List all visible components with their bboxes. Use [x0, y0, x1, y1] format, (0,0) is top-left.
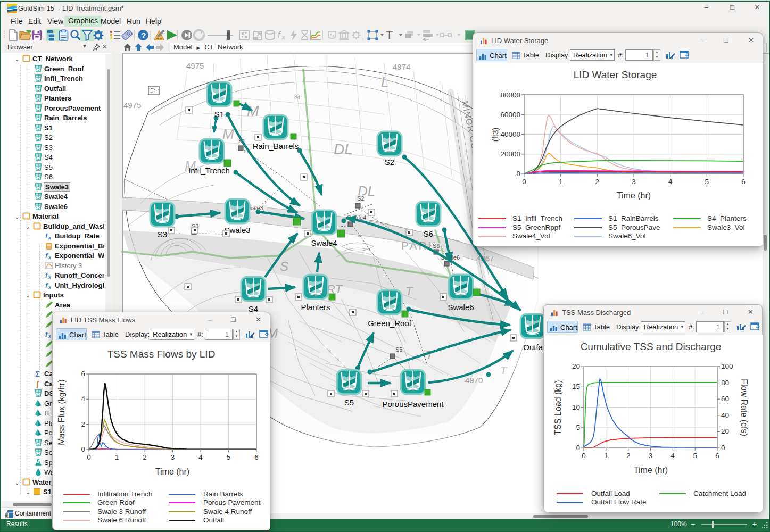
svg-text:80: 80 — [721, 379, 729, 387]
svg-text:40000: 40000 — [500, 130, 520, 138]
svg-text:0: 0 — [81, 445, 85, 453]
svg-text:6: 6 — [254, 453, 259, 461]
svg-text:0: 0 — [516, 170, 520, 178]
svg-text:Swale6: Swale6 — [448, 303, 474, 312]
svg-text:Swale 4 Runoff: Swale 4 Runoff — [203, 508, 252, 516]
svg-text:TSS Mass Flows by LID: TSS Mass Flows by LID — [107, 348, 216, 360]
svg-text:S2: S2 — [357, 195, 364, 202]
svg-text:Outfall Flow Rate: Outfall Flow Rate — [591, 498, 647, 506]
svg-text:S5: S5 — [344, 398, 354, 407]
svg-text:60000: 60000 — [500, 111, 520, 119]
svg-text:100: 100 — [721, 362, 733, 370]
svg-text:S3: S3 — [158, 230, 167, 239]
svg-text:4: 4 — [671, 452, 675, 460]
svg-text:2: 2 — [626, 452, 631, 460]
svg-text:3: 3 — [632, 178, 636, 186]
svg-text:4: 4 — [81, 395, 85, 403]
svg-text:Flow Rate (cfs): Flow Rate (cfs) — [740, 379, 749, 436]
svg-text:?: ? — [141, 31, 146, 40]
svg-text:Mass Flux (kg/hr): Mass Flux (kg/hr) — [57, 379, 66, 445]
svg-text:S4_Planters: S4_Planters — [707, 214, 747, 222]
svg-text:S2: S2 — [385, 157, 394, 167]
svg-text:4974: 4974 — [393, 62, 410, 71]
svg-text:Time (hr): Time (hr) — [155, 467, 189, 476]
svg-text:3: 3 — [649, 452, 653, 460]
svg-text:40: 40 — [721, 411, 729, 419]
svg-text:T: T — [405, 285, 413, 298]
svg-text:S1_Infil_Trench: S1_Infil_Trench — [512, 214, 562, 222]
svg-text:Swale3_Vol: Swale3_Vol — [707, 223, 745, 231]
svg-text:3: 3 — [171, 453, 175, 461]
svg-text:DL: DL — [334, 141, 353, 157]
svg-text:4: 4 — [198, 453, 203, 461]
svg-text:0: 0 — [576, 444, 580, 452]
svg-text:1: 1 — [604, 452, 608, 460]
svg-text:Rain_Barrels: Rain_Barrels — [253, 142, 299, 151]
svg-text:20: 20 — [572, 362, 580, 370]
svg-text:1: 1 — [115, 453, 119, 461]
svg-text:f: f — [278, 30, 281, 39]
svg-text:LID Water Storage: LID Water Storage — [574, 69, 657, 80]
svg-text:S5_GreenRppf: S5_GreenRppf — [512, 223, 560, 231]
svg-text:Green_Roof: Green_Roof — [368, 319, 412, 328]
svg-text:6: 6 — [715, 452, 719, 460]
svg-text:20: 20 — [721, 427, 729, 435]
svg-text:60: 60 — [721, 395, 729, 403]
svg-text:M: M — [247, 103, 259, 119]
svg-text:5: 5 — [693, 452, 697, 460]
svg-text:Swale 3 Runoff: Swale 3 Runoff — [97, 508, 146, 516]
svg-text:Catchment Load: Catchment Load — [693, 489, 746, 497]
svg-text:0: 0 — [522, 178, 526, 186]
svg-text:Infil_Trench: Infil_Trench — [188, 166, 230, 175]
svg-text:S6: S6 — [433, 243, 440, 249]
svg-text:Porous Pavement: Porous Pavement — [203, 498, 261, 506]
svg-text:0: 0 — [721, 444, 725, 452]
svg-text:5: 5 — [576, 423, 580, 431]
svg-text:Swale4: Swale4 — [311, 238, 337, 247]
svg-text:Swale4_Vol: Swale4_Vol — [512, 232, 550, 240]
svg-text:15: 15 — [572, 383, 580, 390]
svg-text:Green Roof: Green Roof — [97, 498, 135, 506]
svg-text:T: T — [500, 364, 508, 376]
svg-text:5: 5 — [705, 178, 709, 186]
svg-text:10: 10 — [572, 403, 580, 411]
svg-text:4975: 4975 — [186, 61, 204, 70]
svg-text:S5: S5 — [395, 346, 402, 353]
svg-text:80000: 80000 — [500, 91, 520, 99]
svg-text:Cumulative TSS and Discharge: Cumulative TSS and Discharge — [581, 341, 722, 352]
svg-text:T: T — [386, 29, 393, 41]
svg-text:S: S — [280, 259, 288, 273]
svg-text:S1_RainBarrels: S1_RainBarrels — [608, 214, 659, 222]
svg-text:1: 1 — [559, 178, 563, 186]
svg-text:0: 0 — [582, 452, 586, 460]
svg-text:S6: S6 — [424, 229, 433, 238]
svg-text:T: T — [426, 348, 434, 362]
svg-text:0: 0 — [87, 453, 91, 461]
svg-text:PorousPavement: PorousPavement — [382, 400, 444, 409]
svg-text:Time (hr): Time (hr) — [634, 466, 668, 475]
svg-text:(ft3): (ft3) — [491, 128, 500, 142]
svg-text:2: 2 — [81, 420, 85, 428]
svg-text:Infiltration Trench: Infiltration Trench — [97, 490, 153, 498]
svg-text:Swale 6 Runoff: Swale 6 Runoff — [97, 516, 146, 524]
svg-text:Outfall: Outfall — [203, 516, 224, 524]
svg-text:Rain Barrels: Rain Barrels — [203, 490, 243, 498]
svg-text:5: 5 — [227, 453, 231, 461]
svg-text:6: 6 — [741, 178, 746, 186]
svg-text:S5_PorousPave: S5_PorousPave — [608, 223, 660, 231]
svg-text:4975: 4975 — [123, 101, 141, 110]
svg-text:x: x — [281, 34, 285, 40]
svg-text:Swale6_Vol: Swale6_Vol — [608, 232, 646, 240]
svg-text:Time (hr): Time (hr) — [617, 191, 651, 200]
svg-text:TSS Load (kg): TSS Load (kg) — [553, 380, 562, 435]
svg-text:4: 4 — [668, 178, 673, 186]
svg-text:20000: 20000 — [500, 150, 520, 158]
svg-text:M: M — [222, 126, 234, 142]
svg-text:2: 2 — [595, 178, 600, 186]
svg-text:L: L — [381, 74, 388, 90]
svg-text:6: 6 — [81, 370, 85, 378]
svg-text:S1: S1 — [214, 110, 224, 119]
svg-text:4970: 4970 — [465, 376, 483, 385]
svg-text:2: 2 — [143, 453, 147, 461]
svg-text:Outfall Load: Outfall Load — [591, 489, 630, 497]
